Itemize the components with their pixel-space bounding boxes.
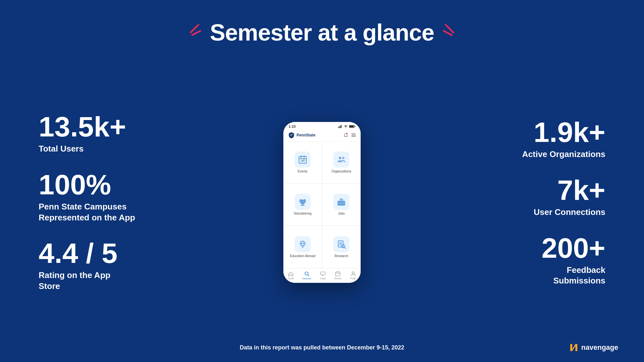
phone-header-actions <box>343 133 356 138</box>
svg-rect-7 <box>339 126 340 128</box>
page-title: Semester at a glance <box>210 19 434 46</box>
stat-label-users: Total Users <box>39 144 161 154</box>
stat-number-connections: 7k+ <box>534 176 606 204</box>
svg-rect-21 <box>304 155 305 157</box>
stat-rating: 4.4 / 5 Rating on the AppStore <box>39 239 161 292</box>
education-abroad-icon-container <box>295 236 311 252</box>
svg-rect-20 <box>301 155 302 157</box>
volunteering-label: Volunteering <box>294 212 312 215</box>
app-cell-jobs[interactable]: Jobs <box>322 184 361 226</box>
research-icon-container <box>333 236 349 252</box>
phone-bottom-nav: Feeds Discover Chats <box>283 268 361 283</box>
stat-number-users: 13.5k+ <box>39 113 161 141</box>
spark-right-icon <box>440 23 460 42</box>
spark-left-icon <box>184 23 204 42</box>
svg-point-25 <box>342 157 345 159</box>
nav-profile[interactable]: Profile <box>350 271 356 280</box>
svg-rect-9 <box>341 125 342 128</box>
notification-icon <box>343 133 348 138</box>
discover-nav-icon <box>304 271 310 277</box>
app-name: PennState <box>297 133 316 137</box>
stat-feedback: 200+ FeedbackSubmissions <box>542 234 605 287</box>
navengage-n-icon <box>569 343 579 352</box>
svg-line-4 <box>444 31 452 35</box>
svg-line-36 <box>345 247 346 248</box>
svg-rect-40 <box>336 272 340 276</box>
navengage-logo: navengage <box>569 343 618 352</box>
research-label: Research <box>335 254 348 258</box>
jobs-icon <box>336 197 346 207</box>
stat-connections: 7k+ User Connections <box>534 176 606 218</box>
stat-number-campuses: 100% <box>39 171 161 199</box>
app-cell-volunteering[interactable]: Volunteering <box>283 184 322 226</box>
jobs-label: Jobs <box>338 212 345 215</box>
stat-label-connections: User Connections <box>534 207 606 218</box>
volunteering-icon <box>298 197 308 207</box>
svg-rect-42 <box>337 271 337 272</box>
svg-rect-6 <box>338 127 339 128</box>
penn-state-logo: PennState <box>288 132 316 139</box>
svg-rect-13 <box>349 125 354 127</box>
main-content: 13.5k+ Total Users 100% Penn State Campu… <box>0 62 644 343</box>
nav-events[interactable]: Events <box>335 271 341 280</box>
research-icon <box>336 239 346 249</box>
stat-label-feedback: FeedbackSubmissions <box>542 265 605 287</box>
phone-time: 1:10 <box>289 125 296 128</box>
svg-point-24 <box>339 157 341 159</box>
svg-line-2 <box>194 24 199 29</box>
phone-app-header: PennState <box>283 130 361 142</box>
app-cell-organizations[interactable]: Organizations <box>322 142 361 183</box>
calendar-nav-icon <box>335 271 341 277</box>
left-stats: 13.5k+ Total Users 100% Penn State Campu… <box>39 113 161 292</box>
phone-mockup: 1:10 <box>283 122 361 283</box>
stat-number-rating: 4.4 / 5 <box>39 239 161 267</box>
nav-discover[interactable]: Discover <box>303 271 311 280</box>
brand-name: navengage <box>581 343 618 352</box>
svg-point-14 <box>346 133 347 134</box>
svg-point-37 <box>343 246 344 247</box>
app-cell-education-abroad[interactable]: Education Abroad <box>283 226 322 268</box>
calendar-icon <box>298 154 308 165</box>
profile-nav-icon <box>350 271 356 277</box>
svg-rect-31 <box>338 241 343 247</box>
volunteering-icon-container <box>295 194 311 210</box>
phone-container: 1:10 <box>283 122 361 283</box>
jobs-icon-container <box>333 194 349 210</box>
education-abroad-label: Education Abroad <box>290 254 315 258</box>
footer: Data in this report was pulled between D… <box>0 343 644 362</box>
menu-icon <box>351 133 356 138</box>
stat-number-orgs: 1.9k+ <box>522 118 605 146</box>
signal-icon <box>338 125 343 128</box>
svg-line-39 <box>308 275 309 276</box>
organizations-icon <box>336 154 346 165</box>
events-icon-container <box>295 152 311 168</box>
education-abroad-icon <box>298 239 308 249</box>
footer-note: Data in this report was pulled between D… <box>240 344 404 351</box>
stat-campuses: 100% Penn State CampusesRepresented on t… <box>39 171 161 223</box>
app-cell-research[interactable]: Research <box>322 226 361 268</box>
chat-nav-icon <box>320 271 326 277</box>
organizations-label: Organizations <box>331 170 351 173</box>
wifi-icon <box>344 125 348 128</box>
svg-rect-8 <box>340 125 341 128</box>
events-label: Events <box>298 170 308 173</box>
svg-line-5 <box>445 24 450 29</box>
nav-chats[interactable]: Chats <box>320 271 326 280</box>
stat-label-rating: Rating on the AppStore <box>39 270 161 292</box>
svg-point-44 <box>352 272 354 274</box>
app-grid: Events Organizations <box>283 142 361 268</box>
svg-line-1 <box>192 31 200 35</box>
home-nav-icon <box>288 271 294 277</box>
phone-status-bar: 1:10 <box>283 122 361 130</box>
status-icons <box>338 125 355 128</box>
organizations-icon-container <box>333 152 349 168</box>
app-cell-events[interactable]: Events <box>283 142 322 183</box>
penn-state-shield-icon <box>288 132 295 139</box>
stat-total-users: 13.5k+ Total Users <box>39 113 161 154</box>
stat-organizations: 1.9k+ Active Organizations <box>522 118 605 160</box>
title-area: Semester at a glance <box>184 19 460 46</box>
svg-rect-12 <box>355 126 355 127</box>
page-wrapper: Semester at a glance 13.5k+ Total Users … <box>0 0 644 362</box>
stat-number-feedback: 200+ <box>542 234 605 262</box>
nav-feeds[interactable]: Feeds <box>288 271 294 280</box>
